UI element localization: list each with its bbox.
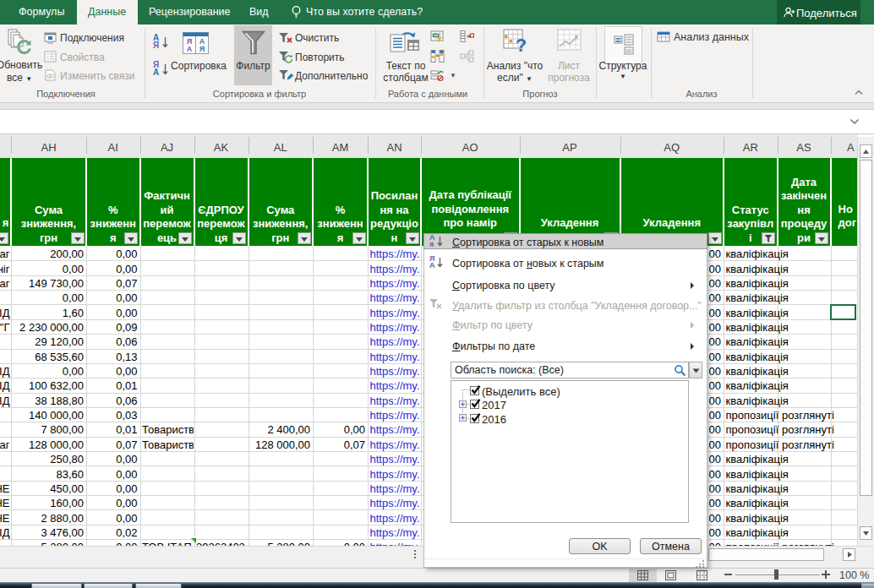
svg-text:А: А [187, 45, 193, 53]
svg-text:?: ? [516, 35, 527, 54]
svg-text:Я: Я [199, 45, 205, 53]
